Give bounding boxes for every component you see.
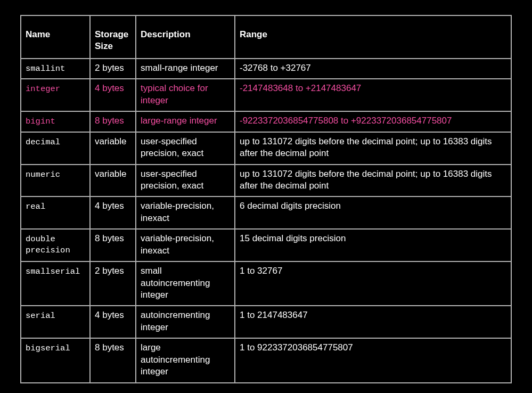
type-name-cell: decimal — [21, 132, 90, 165]
range-cell: up to 131072 digits before the decimal p… — [235, 132, 511, 165]
table-row: integer4 bytestypical choice for integer… — [21, 79, 511, 111]
type-name-cell: double precision — [21, 229, 90, 261]
storage-size-cell: variable — [90, 132, 136, 165]
description-cell: small autoincrementing integer — [136, 261, 235, 306]
storage-size-cell: variable — [90, 165, 136, 197]
description-cell: variable-precision, inexact — [136, 196, 235, 229]
range-cell: 6 decimal digits precision — [235, 196, 511, 229]
table-row: smallserial2 bytessmall autoincrementing… — [21, 261, 511, 306]
storage-size-cell: 4 bytes — [90, 306, 136, 338]
storage-size-cell: 8 bytes — [90, 229, 136, 261]
type-name-cell: serial — [21, 306, 90, 338]
type-name-cell: numeric — [21, 165, 90, 197]
type-name-cell: bigint — [21, 111, 90, 132]
table-header-row: Name Storage Size Description Range — [21, 15, 511, 59]
storage-size-cell: 8 bytes — [90, 338, 136, 382]
storage-size-cell: 4 bytes — [90, 196, 136, 229]
type-name-cell: integer — [21, 79, 90, 111]
table-row: bigint8 byteslarge-range integer-9223372… — [21, 111, 511, 132]
col-header-desc: Description — [136, 15, 235, 59]
range-cell: 1 to 9223372036854775807 — [235, 338, 511, 382]
table-row: double precision8 bytesvariable-precisio… — [21, 229, 511, 261]
range-cell: up to 131072 digits before the decimal p… — [235, 165, 511, 197]
description-cell: large-range integer — [136, 111, 235, 132]
type-name-cell: smallserial — [21, 261, 90, 306]
storage-size-cell: 2 bytes — [90, 261, 136, 306]
type-name-cell: smallint — [21, 59, 90, 79]
description-cell: typical choice for integer — [136, 79, 235, 111]
description-cell: user-specified precision, exact — [136, 132, 235, 165]
table-row: serial4 bytesautoincrementing integer1 t… — [21, 306, 511, 338]
description-cell: variable-precision, inexact — [136, 229, 235, 261]
storage-size-cell: 2 bytes — [90, 59, 136, 79]
range-cell: 15 decimal digits precision — [235, 229, 511, 261]
table-row: bigserial8 byteslarge autoincrementing i… — [21, 338, 511, 382]
numeric-types-table: Name Storage Size Description Range smal… — [20, 15, 512, 383]
col-header-range: Range — [235, 15, 511, 59]
storage-size-cell: 4 bytes — [90, 79, 136, 111]
range-cell: -32768 to +32767 — [235, 59, 511, 79]
range-cell: 1 to 2147483647 — [235, 306, 511, 338]
type-name-cell: real — [21, 196, 90, 229]
description-cell: autoincrementing integer — [136, 306, 235, 338]
table-row: smallint2 bytessmall-range integer-32768… — [21, 59, 511, 79]
type-name-cell: bigserial — [21, 338, 90, 382]
range-cell: -9223372036854775808 to +922337203685477… — [235, 111, 511, 132]
table-row: real4 bytesvariable-precision, inexact6 … — [21, 196, 511, 229]
description-cell: user-specified precision, exact — [136, 165, 235, 197]
range-cell: 1 to 32767 — [235, 261, 511, 306]
col-header-size: Storage Size — [90, 15, 136, 59]
range-cell: -2147483648 to +2147483647 — [235, 79, 511, 111]
storage-size-cell: 8 bytes — [90, 111, 136, 132]
description-cell: large autoincrementing integer — [136, 338, 235, 382]
col-header-name: Name — [21, 15, 90, 59]
table-row: numericvariableuser-specified precision,… — [21, 165, 511, 197]
description-cell: small-range integer — [136, 59, 235, 79]
table-row: decimalvariableuser-specified precision,… — [21, 132, 511, 165]
